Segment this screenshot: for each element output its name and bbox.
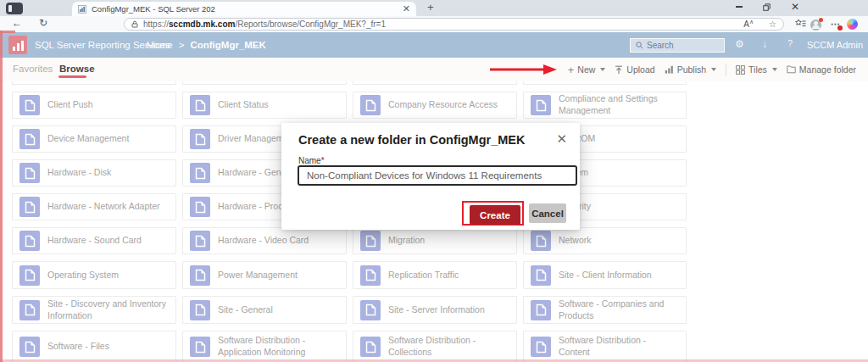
folder-tile-label: Software Distribution - Content (559, 335, 679, 358)
refresh-icon[interactable]: ↻ (39, 17, 47, 29)
url-scheme: https:// (143, 19, 169, 29)
help-icon[interactable]: ? (787, 38, 793, 49)
folder-icon (190, 337, 210, 357)
url-path: /Reports/browse/ConfigMgr_MEK?_fr=1 (235, 19, 386, 29)
folder-tile[interactable]: Migration (353, 227, 517, 254)
favorite-star-icon[interactable]: ☆ (769, 19, 776, 29)
cancel-button[interactable]: Cancel (529, 203, 566, 223)
folder-icon (360, 265, 381, 286)
minimize-icon[interactable] (736, 6, 743, 8)
address-bar[interactable]: https://sccmdb.mk.com/Reports/browse/Con… (124, 18, 784, 31)
folder-icon (19, 163, 40, 183)
back-icon[interactable]: ← (12, 17, 22, 29)
folder-tile[interactable] (12, 81, 176, 85)
browser-chrome: ConfigMgr_MEK - SQL Server 202 ✕ + ✕ ← ↻… (0, 0, 868, 32)
settings-gear-icon[interactable]: ⚙ (735, 38, 744, 50)
folder-tile[interactable]: Hardware - Disk (12, 159, 176, 187)
lock-icon (131, 20, 138, 28)
folder-tile[interactable]: Compliance and Settings Management (523, 92, 687, 119)
restore-icon[interactable] (763, 3, 771, 11)
folder-tile[interactable]: Software Distribution - Collections (353, 331, 517, 362)
folder-icon (360, 231, 381, 251)
folder-tile[interactable]: Client Push (12, 92, 176, 119)
folder-icon (531, 265, 551, 286)
folder-icon (190, 231, 210, 251)
folder-tile-label: Software Distribution - Application Moni… (218, 335, 339, 358)
user-name[interactable]: SCCM Admin (807, 40, 863, 50)
manage-folder-button[interactable]: Manage folder (787, 64, 856, 75)
new-tab-icon[interactable]: + (427, 1, 434, 14)
folder-tile[interactable] (353, 81, 517, 85)
folder-tile[interactable]: Site - Discovery and Inventory Informati… (12, 296, 176, 324)
folder-tile[interactable]: Site - Server Information (353, 296, 517, 324)
folder-tile[interactable]: Company Resource Access (353, 92, 517, 119)
tiles-view-button[interactable]: Tiles (736, 64, 777, 75)
create-button[interactable]: Create (470, 205, 520, 225)
folder-toolbar: + New Upload Publish (489, 58, 856, 81)
download-icon[interactable]: ↓ (762, 38, 767, 50)
browser-menu-badge (837, 25, 843, 31)
tab-title: ConfigMgr_MEK - SQL Server 202 (92, 4, 398, 14)
folder-tile[interactable] (523, 81, 687, 85)
folder-tile[interactable]: Replication Traffic (353, 261, 517, 289)
browser-tab[interactable]: ConfigMgr_MEK - SQL Server 202 ✕ (72, 2, 416, 16)
folder-tile-label: Hardware - Disk (47, 167, 111, 179)
tab-close-icon[interactable]: ✕ (403, 4, 410, 14)
folder-icon (19, 129, 40, 149)
upload-button[interactable]: Upload (615, 64, 654, 75)
folder-tile-label: Site - General (218, 304, 273, 316)
new-button[interactable]: + New (568, 64, 606, 75)
folder-icon (19, 95, 40, 115)
folder-icon (19, 300, 40, 320)
profile-presence-dot (819, 18, 823, 22)
search-input[interactable] (647, 41, 715, 50)
ssrs-header: SQL Server Reporting Services Home > Con… (0, 32, 868, 58)
folder-tile[interactable]: Network (523, 227, 687, 254)
publish-button[interactable]: Publish (665, 64, 716, 75)
folder-tile[interactable]: Hardware - Sound Card (12, 227, 176, 254)
search-icon (636, 42, 643, 49)
folder-tile-label: Migration (388, 235, 425, 247)
folder-tile[interactable] (182, 81, 347, 85)
folder-tile[interactable]: Device Management (12, 125, 176, 153)
favorites-hub-icon[interactable] (795, 19, 806, 29)
ssrs-logo-icon[interactable] (8, 36, 27, 54)
folder-tile[interactable]: Software Distribution - Application Moni… (182, 331, 347, 362)
folder-tile[interactable]: Power Management (182, 261, 347, 289)
window-close-icon[interactable]: ✕ (791, 2, 799, 12)
name-field-label: Name* (298, 156, 325, 165)
folder-icon (19, 265, 40, 286)
breadcrumb-home[interactable]: Home (147, 40, 173, 50)
folder-tile[interactable]: Site - General (182, 296, 347, 324)
workspaces-icon[interactable] (6, 3, 23, 14)
window-controls: ✕ (736, 1, 799, 13)
folder-tile[interactable]: Operating System (12, 261, 176, 289)
folder-icon (190, 129, 210, 149)
dialog-title: Create a new folder in ConfigMgr_MEK (298, 133, 525, 147)
header-search[interactable] (630, 38, 725, 53)
toolbar-divider (726, 64, 726, 76)
folder-icon (19, 231, 40, 251)
folder-icon (360, 95, 381, 115)
dialog-close-icon[interactable]: ✕ (556, 131, 567, 147)
folder-tile[interactable]: Client Status (182, 92, 347, 119)
folder-icon (19, 197, 40, 217)
read-aloud-icon[interactable]: A∧ (743, 19, 754, 29)
chevron-down-icon (600, 68, 605, 71)
folder-tile-label: Software Distribution - Collections (388, 335, 509, 358)
folder-tile[interactable]: Site - Client Information (523, 261, 687, 289)
folder-tile[interactable]: Hardware - Video Card (182, 227, 347, 254)
tab-browse[interactable]: Browse (59, 64, 95, 74)
tiles-grid-icon (736, 65, 745, 75)
url-host: sccmdb.mk.com (169, 19, 235, 29)
folder-tile[interactable]: Hardware - Network Adapter (12, 193, 176, 220)
folder-tile[interactable]: Software Distribution - Content (523, 331, 687, 362)
folder-tile[interactable]: Software - Companies and Products (523, 296, 687, 324)
folder-name-input[interactable] (298, 165, 577, 186)
folder-icon (190, 163, 210, 183)
folder-tile[interactable]: Software - Files (12, 331, 176, 362)
folder-icon (531, 231, 551, 251)
tab-favorites[interactable]: Favorites (13, 64, 53, 74)
publish-icon (665, 65, 674, 74)
copilot-icon[interactable] (847, 19, 858, 30)
